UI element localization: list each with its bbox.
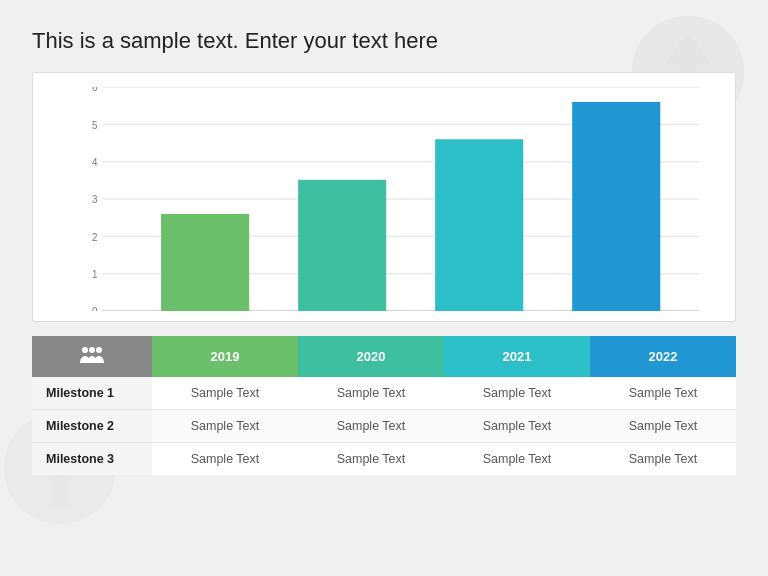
svg-point-18 [82, 347, 88, 353]
milestone-3-label: Milestone 3 [32, 443, 152, 476]
svg-text:2: 2 [92, 231, 98, 242]
table-row: Milestone 3 Sample Text Sample Text Samp… [32, 443, 736, 476]
table-header-row: 2019 2020 2021 2022 [32, 336, 736, 377]
milestones-icon [78, 345, 106, 365]
svg-text:5: 5 [92, 119, 98, 130]
svg-text:6: 6 [92, 87, 98, 93]
page-title: This is a sample text. Enter your text h… [32, 28, 736, 54]
svg-text:4: 4 [92, 157, 98, 168]
main-container: This is a sample text. Enter your text h… [0, 0, 768, 576]
milestone-3-col4: Sample Text [590, 443, 736, 476]
milestone-1-label: Milestone 1 [32, 377, 152, 410]
milestone-3-col2: Sample Text [298, 443, 444, 476]
milestone-1-col3: Sample Text [444, 377, 590, 410]
milestone-2-col3: Sample Text [444, 410, 590, 443]
data-table: 2019 2020 2021 2022 Milestone 1 Sample T… [32, 336, 736, 475]
header-2020: 2020 [298, 336, 444, 377]
milestone-2-col1: Sample Text [152, 410, 298, 443]
svg-text:1: 1 [92, 269, 98, 280]
milestone-1-col4: Sample Text [590, 377, 736, 410]
header-2022: 2022 [590, 336, 736, 377]
svg-point-19 [89, 347, 95, 353]
milestone-1-col1: Sample Text [152, 377, 298, 410]
bar-2021 [435, 139, 523, 311]
table-row: Milestone 1 Sample Text Sample Text Samp… [32, 377, 736, 410]
table-row: Milestone 2 Sample Text Sample Text Samp… [32, 410, 736, 443]
bar-2019 [161, 214, 249, 311]
bar-2020 [298, 180, 386, 311]
milestone-3-col1: Sample Text [152, 443, 298, 476]
milestone-3-col3: Sample Text [444, 443, 590, 476]
milestone-2-label: Milestone 2 [32, 410, 152, 443]
chart-container: 6 5 4 3 2 1 0 2019 2020 2021 2022 [32, 72, 736, 322]
header-2019: 2019 [152, 336, 298, 377]
svg-text:3: 3 [92, 194, 98, 205]
bar-2022 [572, 102, 660, 311]
bar-chart: 6 5 4 3 2 1 0 2019 2020 2021 2022 [73, 87, 719, 311]
svg-point-20 [96, 347, 102, 353]
milestone-2-col2: Sample Text [298, 410, 444, 443]
milestone-1-col2: Sample Text [298, 377, 444, 410]
header-2021: 2021 [444, 336, 590, 377]
icon-header-cell [32, 336, 152, 377]
svg-text:0: 0 [92, 306, 98, 311]
milestone-2-col4: Sample Text [590, 410, 736, 443]
